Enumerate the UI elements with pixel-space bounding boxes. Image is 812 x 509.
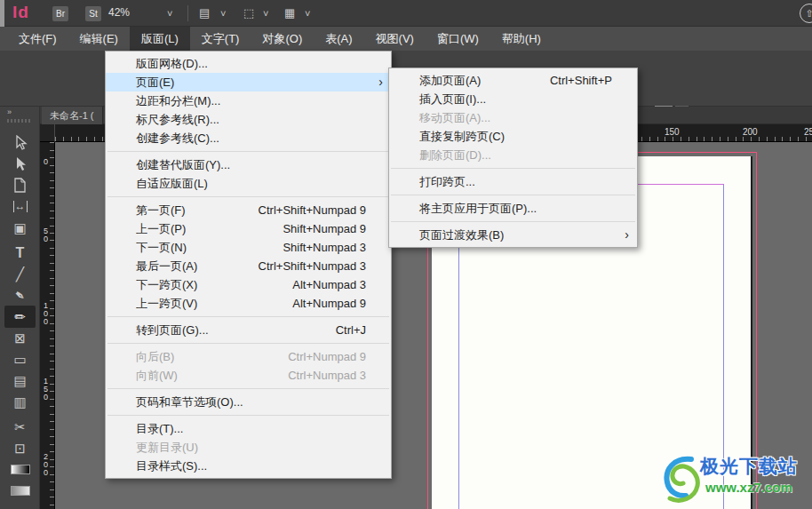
arrange-documents-chevron-icon[interactable]: ˅ (305, 8, 310, 19)
bridge-button[interactable]: Br (52, 6, 68, 21)
gradient-swatch-tool[interactable] (4, 458, 36, 481)
h-ruler-label: 150 (665, 127, 680, 137)
free-transform-tool[interactable]: ⊡ (4, 437, 36, 459)
layout-menu-popup: 版面网格(D)... 页面(E) › 边距和分栏(M)... 标尺参考线(R).… (105, 51, 392, 479)
v-ruler-label: 0 (42, 158, 50, 166)
menu-item-previous-spread[interactable]: 上一跨页(V) Alt+Numpad 9 (106, 294, 391, 313)
tools-panel: » ↔ ▣ T ╱ ✒ ✏ ⊠ ▭ (0, 107, 40, 509)
pen-tool[interactable]: ✒ (4, 284, 36, 306)
watermark: 极光下载站 www.xz7.com (659, 450, 812, 507)
submenu-arrow-icon: › (625, 227, 629, 242)
menu-table[interactable]: 表(A) (314, 27, 363, 51)
menu-separator (391, 168, 635, 169)
menu-separator (107, 151, 389, 152)
menu-item-numbering-section-options[interactable]: 页码和章节选项(O)... (106, 393, 391, 411)
menu-item-last-page[interactable]: 最后一页(A) Ctrl+Shift+Numpad 3 (106, 257, 391, 275)
menu-item-previous-page[interactable]: 上一页(P) Shift+Numpad 9 (106, 219, 391, 238)
ruler-origin-box[interactable] (40, 124, 55, 142)
vertical-grid-tool[interactable]: ▥ (4, 391, 36, 413)
menu-separator (391, 221, 635, 222)
expand-panel-icon[interactable]: » (7, 107, 12, 116)
menu-item-create-alternate-layout[interactable]: 创建替代版面(Y)... (106, 155, 391, 174)
rectangle-tool[interactable]: ▭ (4, 348, 36, 370)
menu-item-layout-grid[interactable]: 版面网格(D)... (106, 54, 391, 73)
content-collector-tool[interactable]: ▣ (4, 217, 36, 239)
menu-item-first-page[interactable]: 第一页(F) Ctrl+Shift+Numpad 9 (106, 201, 391, 219)
menu-separator (391, 195, 635, 195)
vertical-ruler-ticks (50, 142, 54, 509)
view-options-chevron-icon[interactable]: ˅ (220, 8, 226, 19)
page-tool[interactable] (4, 174, 36, 196)
v-ruler-label: 200 (42, 453, 50, 477)
h-ruler-label: 200 (743, 127, 758, 137)
submenu-item-duplicate-spread[interactable]: 直接复制跨页(C) (389, 127, 637, 146)
gradient-feather-tool[interactable] (4, 480, 36, 502)
menu-item-go-forward[interactable]: 向前(W) Ctrl+Numpad 3 (106, 366, 391, 385)
stock-button[interactable]: St (85, 6, 101, 21)
direct-selection-tool[interactable] (4, 153, 36, 175)
toolbar-divider (187, 5, 188, 21)
menu-item-next-page[interactable]: 下一页(N) Shift+Numpad 3 (106, 238, 391, 257)
menu-item-create-guides[interactable]: 创建参考线(C)... (106, 129, 391, 147)
gap-tool[interactable]: ↔ (4, 195, 36, 218)
submenu-item-move-pages[interactable]: 移动页面(A)... (389, 108, 637, 127)
line-tool[interactable]: ╱ (4, 263, 36, 285)
screen-mode-chevron-icon[interactable]: ˅ (263, 8, 268, 19)
submenu-item-page-transitions[interactable]: 页面过渡效果(B) › (389, 226, 637, 244)
indesign-window: Id Br St 42% ˅ ▤ ˅ ⬚ ˅ ▦ ˅ ⇧ 文件(F) 编辑(E)… (0, 0, 812, 509)
menu-object[interactable]: 对象(O) (251, 27, 314, 51)
zoom-dropdown-chevron-icon[interactable]: ˅ (167, 8, 172, 19)
v-ruler-label: 50 (42, 227, 50, 243)
menu-layout[interactable]: 版面(L) (130, 27, 190, 51)
horizontal-grid-tool[interactable]: ▤ (4, 370, 36, 392)
v-ruler-label: 150 (42, 378, 50, 402)
submenu-item-insert-pages[interactable]: 插入页面(I)... (389, 90, 637, 108)
arrange-documents-icon[interactable]: ▦ (284, 6, 295, 20)
document-tab[interactable]: 未命名-1 ( (42, 107, 103, 124)
submenu-arrow-icon: › (378, 75, 383, 89)
menu-item-table-of-contents[interactable]: 目录(T)... (106, 419, 391, 438)
screen-mode-icon[interactable]: ⬚ (243, 6, 254, 20)
submenu-item-apply-master-to-pages[interactable]: 将主页应用于页面(P)... (389, 199, 637, 218)
menu-item-go-back[interactable]: 向后(B) Ctrl+Numpad 9 (106, 347, 391, 366)
scissors-tool[interactable]: ✂ (4, 416, 36, 438)
pages-submenu-popup: 添加页面(A) Ctrl+Shift+P 插入页面(I)... 移动页面(A).… (388, 68, 638, 248)
menu-separator (107, 343, 389, 344)
menu-item-liquid-layout[interactable]: 自适应版面(L) (106, 174, 391, 193)
menu-separator (107, 388, 389, 389)
v-ruler-label: 100 (42, 302, 50, 326)
indesign-logo: Id (12, 3, 29, 22)
menu-item-margins-columns[interactable]: 边距和分栏(M)... (106, 91, 391, 110)
view-options-icon[interactable]: ▤ (199, 6, 210, 20)
menu-separator (107, 196, 389, 197)
h-ruler-label: 250 (804, 127, 812, 137)
menu-help[interactable]: 帮助(H) (490, 27, 553, 51)
vertical-ruler[interactable]: 0 50 100 150 200 (40, 142, 55, 509)
submenu-item-add-page[interactable]: 添加页面(A) Ctrl+Shift+P (389, 71, 637, 90)
menubar: 文件(F) 编辑(E) 版面(L) 文字(T) 对象(O) 表(A) 视图(V)… (0, 27, 812, 51)
type-tool[interactable]: T (4, 242, 36, 264)
watermark-url: www.xz7.com (705, 480, 792, 495)
menu-view[interactable]: 视图(V) (364, 27, 426, 51)
submenu-item-print-spread[interactable]: 打印跨页... (389, 172, 637, 191)
note-tool[interactable]: ▬ (4, 501, 36, 509)
zoom-level-value[interactable]: 42% (108, 6, 130, 19)
pencil-tool[interactable]: ✏ (4, 306, 36, 328)
selection-tool[interactable] (4, 131, 36, 154)
menu-item-go-to-page[interactable]: 转到页面(G)... Ctrl+J (106, 321, 391, 339)
menu-window[interactable]: 窗口(W) (426, 27, 490, 51)
menu-item-update-table-of-contents[interactable]: 更新目录(U) (106, 438, 391, 457)
menu-edit[interactable]: 编辑(E) (68, 27, 130, 51)
menu-item-pages[interactable]: 页面(E) › (106, 73, 391, 91)
frame-tool[interactable]: ⊠ (4, 327, 36, 349)
menu-item-ruler-guides[interactable]: 标尺参考线(R)... (106, 110, 391, 129)
tools-panel-grip[interactable] (7, 119, 32, 123)
app-bar: Id Br St 42% ˅ ▤ ˅ ⬚ ˅ ▦ ˅ ⇧ (0, 0, 812, 27)
menu-item-table-of-contents-styles[interactable]: 目录样式(S)... (106, 457, 391, 475)
submenu-item-delete-pages[interactable]: 删除页面(D)... (389, 146, 637, 164)
menu-file[interactable]: 文件(F) (7, 27, 68, 51)
menu-separator (107, 316, 389, 317)
menu-type[interactable]: 文字(T) (190, 27, 251, 51)
share-icon[interactable]: ⇧ (800, 4, 812, 23)
menu-item-next-spread[interactable]: 下一跨页(X) Alt+Numpad 3 (106, 275, 391, 294)
